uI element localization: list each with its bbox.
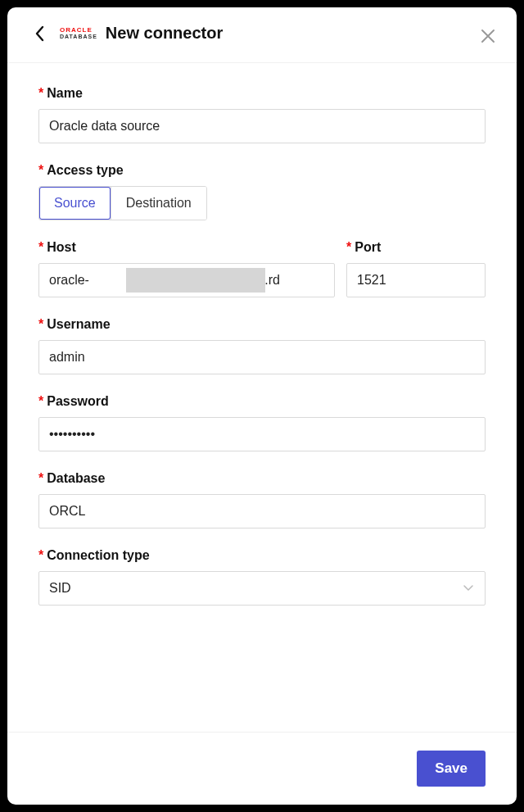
- name-input[interactable]: [38, 109, 486, 143]
- host-input[interactable]: [38, 263, 335, 297]
- connection-type-label-text: Connection type: [47, 548, 149, 562]
- logo-top: ORACLE: [60, 27, 97, 34]
- database-input[interactable]: [38, 494, 486, 528]
- host-label-text: Host: [47, 240, 76, 254]
- name-label: *Name: [38, 86, 486, 101]
- back-icon[interactable]: [30, 25, 48, 43]
- required-marker: *: [38, 163, 43, 177]
- required-marker: *: [346, 240, 351, 254]
- port-label-text: Port: [355, 240, 381, 254]
- modal-body: *Name *Access type Source Destination *H…: [7, 63, 517, 732]
- field-host: *Host: [38, 240, 335, 297]
- field-name: *Name: [38, 86, 486, 143]
- database-label: *Database: [38, 471, 486, 486]
- host-label: *Host: [38, 240, 335, 255]
- required-marker: *: [38, 317, 43, 331]
- username-label: *Username: [38, 317, 486, 332]
- field-username: *Username: [38, 317, 486, 374]
- field-port: *Port: [346, 240, 486, 297]
- new-connector-modal: ORACLE DATABASE New connector *Name *Acc…: [7, 7, 517, 805]
- access-type-destination-button[interactable]: Destination: [111, 187, 206, 220]
- field-connection-type: *Connection type: [38, 548, 486, 606]
- database-label-text: Database: [47, 471, 105, 485]
- field-password: *Password: [38, 394, 486, 451]
- modal-header: ORACLE DATABASE New connector: [7, 7, 517, 63]
- modal-footer: Save: [7, 732, 517, 805]
- name-label-text: Name: [47, 86, 83, 100]
- field-access-type: *Access type Source Destination: [38, 163, 486, 220]
- connection-type-select[interactable]: [38, 571, 486, 606]
- username-input[interactable]: [38, 340, 486, 374]
- password-input[interactable]: [38, 417, 486, 451]
- required-marker: *: [38, 548, 43, 562]
- required-marker: *: [38, 86, 43, 100]
- username-label-text: Username: [47, 317, 110, 331]
- port-input[interactable]: [346, 263, 486, 297]
- field-database: *Database: [38, 471, 486, 528]
- close-icon[interactable]: [477, 25, 499, 47]
- port-label: *Port: [346, 240, 486, 255]
- access-type-label: *Access type: [38, 163, 486, 178]
- required-marker: *: [38, 394, 43, 408]
- connection-type-label: *Connection type: [38, 548, 486, 563]
- logo-bottom: DATABASE: [60, 34, 97, 39]
- save-button[interactable]: Save: [417, 751, 486, 787]
- access-type-label-text: Access type: [47, 163, 123, 177]
- required-marker: *: [38, 240, 43, 254]
- password-label-text: Password: [47, 394, 109, 408]
- required-marker: *: [38, 471, 43, 485]
- access-type-segmented: Source Destination: [38, 186, 207, 220]
- password-label: *Password: [38, 394, 486, 409]
- oracle-logo: ORACLE DATABASE: [60, 27, 97, 39]
- modal-title: New connector: [106, 24, 223, 43]
- access-type-source-button[interactable]: Source: [39, 187, 111, 220]
